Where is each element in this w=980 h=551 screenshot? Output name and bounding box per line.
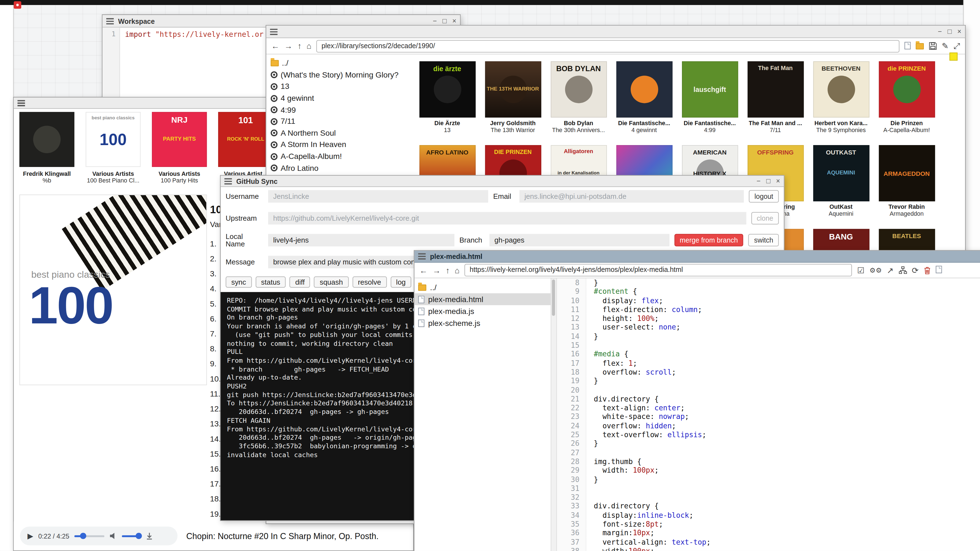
album-cover-art[interactable]: OUTKASTAQUEMINI	[813, 145, 869, 201]
gears-icon[interactable]: ⚙⚙	[870, 267, 882, 274]
up-button[interactable]: ↑	[298, 42, 302, 50]
album-cover-art[interactable]	[19, 112, 75, 167]
track-item[interactable]: 9.	[210, 356, 221, 371]
url-input[interactable]: plex://library/sections/2/decade/1990/	[317, 40, 899, 52]
track-item[interactable]: 2.	[210, 252, 221, 266]
track-item[interactable]: 5.	[210, 296, 221, 312]
maximize-button[interactable]: □	[948, 28, 952, 35]
track-item[interactable]: 10.	[210, 371, 221, 387]
track-item[interactable]: 14.	[210, 432, 221, 446]
album-cover-art[interactable]: best piano classics100	[86, 112, 141, 167]
maximize-button[interactable]: □	[766, 177, 770, 185]
back-button[interactable]: ←	[419, 266, 427, 274]
album-item[interactable]: BOB DYLANBob DylanThe 30th Annivers...	[546, 61, 611, 133]
track-item[interactable]: 6.	[210, 312, 221, 326]
track-item[interactable]: 13.	[210, 416, 221, 432]
album-cover-art[interactable]: BOB DYLAN	[550, 61, 607, 118]
track-item[interactable]: 17.	[210, 476, 221, 492]
speaker-icon[interactable]	[109, 532, 117, 540]
menu-icon[interactable]	[224, 178, 232, 185]
directory-item[interactable]: ../	[270, 57, 414, 69]
trash-icon[interactable]	[924, 266, 931, 274]
file-item[interactable]: ../	[414, 281, 550, 293]
album-cover-art[interactable]	[616, 61, 672, 118]
file-item[interactable]: plex-media.js	[414, 305, 550, 317]
track-item[interactable]: 11.	[210, 387, 221, 401]
volume-slider[interactable]	[122, 535, 141, 537]
album-item[interactable]: BEETHOVENHerbert von Kara...The 9 Sympho…	[808, 61, 874, 133]
album-cover-art[interactable]: ARMAGEDDON	[878, 145, 935, 201]
merge-from-branch-button[interactable]: merge from branch	[674, 234, 744, 247]
album-cover-art[interactable]: The Fat Man	[747, 61, 803, 118]
record-indicator-icon[interactable]	[14, 2, 21, 9]
git-action-button[interactable]: status	[255, 276, 286, 288]
seek-slider[interactable]	[74, 535, 104, 537]
track-item[interactable]: 1.	[210, 236, 221, 252]
album-cover-art[interactable]: THE 13TH WARRIOR	[485, 61, 541, 118]
checkbox-icon[interactable]: ☑	[857, 266, 864, 274]
edit-icon[interactable]: ✎	[942, 42, 949, 50]
directory-item[interactable]: A-Capella-Album!	[270, 151, 414, 162]
album-item[interactable]: NRJPARTY HITSVarious Artists100 Party Hi…	[152, 112, 207, 184]
directory-item[interactable]: (What's the Story) Morning Glory?	[270, 69, 414, 81]
git-action-button[interactable]: log	[390, 276, 411, 288]
track-item[interactable]: 18.	[210, 492, 221, 506]
menu-icon[interactable]	[418, 253, 426, 260]
open-folder-icon[interactable]	[915, 40, 924, 52]
home-button[interactable]: ⌂	[455, 266, 460, 274]
menu-icon[interactable]	[18, 100, 25, 106]
maximize-button[interactable]: □	[442, 18, 447, 24]
username-input[interactable]: JensLincke	[268, 190, 488, 203]
album-detail-cover[interactable]: best piano classics 100	[19, 194, 207, 385]
track-item[interactable]: 19.	[210, 506, 221, 521]
menu-icon[interactable]	[270, 29, 278, 35]
track-item[interactable]: 3.	[210, 266, 221, 281]
git-action-button[interactable]: diff	[290, 276, 310, 288]
external-link-icon[interactable]: ↗	[887, 266, 894, 274]
back-button[interactable]: ←	[271, 42, 279, 50]
directory-item[interactable]: 7/11	[270, 116, 414, 127]
up-button[interactable]: ↑	[445, 266, 450, 274]
yellow-marker-icon[interactable]	[950, 53, 958, 61]
title-bar[interactable]: plex-media.html	[414, 251, 980, 263]
directory-item[interactable]: A Storm In Heaven	[270, 139, 414, 151]
switch-branch-button[interactable]: switch	[748, 234, 779, 247]
album-cover-art[interactable]: lauschgift	[682, 61, 738, 118]
directory-item[interactable]: 4 gewinnt	[270, 92, 414, 104]
album-cover-art[interactable]: 101ROCK 'N' ROLL	[218, 112, 273, 167]
email-input[interactable]: jens.lincke@hpi.uni-potsdam.de	[519, 190, 744, 203]
close-button[interactable]: ×	[776, 177, 780, 185]
directory-item[interactable]: Afro Latino	[270, 162, 414, 174]
album-item[interactable]: The Fat ManThe Fat Man and ...7/11	[743, 61, 808, 133]
directory-item[interactable]: 13	[270, 81, 414, 92]
play-button[interactable]: ▶	[27, 532, 33, 540]
album-item[interactable]: die PRINZENDie PrinzenA-Capella-Album!	[874, 61, 939, 133]
logout-button[interactable]: logout	[749, 190, 779, 203]
track-item[interactable]: 8.	[210, 341, 221, 356]
git-action-button[interactable]: squash	[314, 276, 348, 288]
album-item[interactable]: 101ROCK 'N' ROLLVarious Artist...	[218, 112, 273, 184]
album-item[interactable]: best piano classics100Various Artists100…	[86, 112, 141, 184]
sitemap-icon[interactable]	[899, 266, 907, 274]
title-bar[interactable]: GitHub Sync − □ ×	[221, 176, 784, 187]
home-button[interactable]: ⌂	[307, 42, 312, 50]
close-button[interactable]: ×	[452, 18, 457, 24]
track-item[interactable]: 12.	[210, 401, 221, 416]
track-item[interactable]: 15.	[210, 447, 221, 462]
album-item[interactable]: Die Fantastische...4 gewinnt	[611, 61, 677, 133]
directory-item[interactable]: 4:99	[270, 104, 414, 116]
upstream-input[interactable]: https://github.com/LivelyKernel/lively4-…	[268, 212, 746, 225]
source-editor[interactable]: 8}9#content {10 display: flex;11 flex-di…	[557, 278, 980, 551]
track-item[interactable]: 16.	[210, 462, 221, 476]
album-item[interactable]: OUTKASTAQUEMINIOutKastAquemini	[808, 145, 874, 217]
branch-input[interactable]: gh-pages	[489, 234, 669, 247]
title-bar[interactable]: − □ ×	[266, 26, 965, 38]
close-button[interactable]: ×	[957, 28, 961, 35]
file-item[interactable]: plex-media.html	[414, 293, 550, 305]
save-icon[interactable]	[929, 42, 937, 50]
album-item[interactable]: die ärzteDie Ärzte13	[414, 61, 480, 133]
album-cover-art[interactable]: die ärzte	[419, 61, 475, 118]
directory-item[interactable]: A Northern Soul	[270, 127, 414, 139]
album-cover-art[interactable]: BEETHOVEN	[813, 61, 869, 118]
album-item[interactable]: Fredrik Klingwall%b	[19, 112, 75, 184]
